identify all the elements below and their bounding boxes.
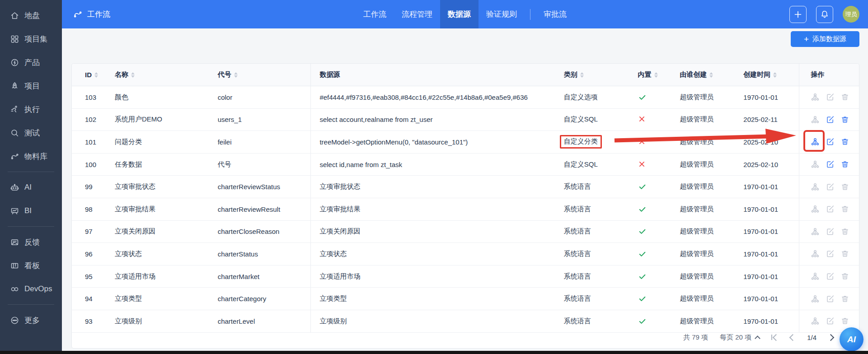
- category-maintain-icon[interactable]: [811, 93, 820, 102]
- column-header-builtin[interactable]: 内置: [631, 64, 673, 86]
- cell-builtin: [631, 86, 673, 108]
- edit-icon[interactable]: [826, 294, 835, 303]
- cell-creator: 超级管理员: [673, 221, 740, 243]
- table-row: 99立项审批状态charterReviewStatus立项审批状态系统语言超级管…: [72, 176, 859, 198]
- edit-icon[interactable]: [826, 205, 835, 214]
- column-header-id[interactable]: ID: [72, 64, 102, 86]
- category-maintain-icon[interactable]: [811, 160, 820, 169]
- sidebar-item-home[interactable]: 地盘: [0, 4, 62, 27]
- edit-icon[interactable]: [826, 137, 835, 146]
- sidebar-item-product[interactable]: 产品: [0, 51, 62, 74]
- column-label: 内置: [638, 70, 652, 79]
- avatar[interactable]: 理员: [843, 6, 859, 23]
- first-page-button[interactable]: [771, 335, 779, 340]
- sidebar-item-bi[interactable]: BI: [0, 199, 62, 223]
- tab-流程管理[interactable]: 流程管理: [394, 0, 440, 28]
- column-header-category[interactable]: 类别: [558, 64, 631, 86]
- delete-icon[interactable]: [840, 272, 849, 281]
- delete-icon[interactable]: [840, 93, 849, 102]
- sidebar-item-test[interactable]: 测试: [0, 121, 62, 144]
- category-maintain-icon[interactable]: [811, 115, 820, 124]
- sort-icon[interactable]: [234, 72, 238, 78]
- cell-source: 立项适用市场: [311, 266, 558, 288]
- category-maintain-icon[interactable]: [811, 227, 820, 236]
- cross-icon: [638, 115, 647, 124]
- category-maintain-icon[interactable]: [811, 249, 820, 258]
- category-maintain-icon[interactable]: [811, 317, 820, 326]
- sidebar-item-feedback[interactable]: 反馈: [0, 230, 62, 254]
- edit-icon[interactable]: [826, 115, 835, 124]
- nav-tabs: 工作流流程管理数据源验证规则审批流: [356, 0, 574, 28]
- cell-created: 1970-01-01: [740, 288, 799, 310]
- delete-icon[interactable]: [840, 227, 849, 236]
- sidebar-item-more[interactable]: 更多: [0, 308, 62, 332]
- sidebar-item-label: DevOps: [24, 284, 52, 293]
- category-maintain-icon[interactable]: [811, 205, 820, 214]
- cell-id: 95: [72, 266, 102, 288]
- sidebar-item-ai[interactable]: AI: [0, 176, 62, 199]
- sort-icon[interactable]: [131, 72, 135, 78]
- sort-icon[interactable]: [580, 72, 584, 78]
- edit-icon[interactable]: [826, 272, 835, 281]
- sort-icon[interactable]: [654, 72, 658, 78]
- sidebar-item-project[interactable]: 项目: [0, 74, 62, 98]
- delete-icon[interactable]: [840, 317, 849, 326]
- sidebar-item-execution[interactable]: 执行: [0, 98, 62, 121]
- cell-creator: 超级管理员: [673, 109, 740, 131]
- category-maintain-icon[interactable]: [811, 272, 820, 281]
- prev-page-button[interactable]: [789, 334, 797, 341]
- tab-工作流[interactable]: 工作流: [356, 0, 394, 28]
- column-header-name[interactable]: 名称: [102, 64, 206, 86]
- cell-category: 自定义分类: [558, 131, 631, 153]
- column-header-code[interactable]: 代号: [206, 64, 311, 86]
- sidebar-item-label: 执行: [24, 104, 40, 115]
- edit-icon[interactable]: [826, 160, 835, 169]
- ai-assistant-button[interactable]: AI: [840, 327, 863, 351]
- delete-icon[interactable]: [840, 160, 849, 169]
- category-maintain-icon[interactable]: [811, 294, 820, 303]
- category-value: 系统语言: [564, 182, 591, 191]
- sidebar-item-devops[interactable]: DevOps: [0, 277, 62, 301]
- sort-icon[interactable]: [709, 72, 713, 78]
- chevron-up-icon: [755, 335, 760, 341]
- sidebar-item-assets[interactable]: 物料库: [0, 144, 62, 168]
- tab-审批流[interactable]: 审批流: [536, 0, 574, 28]
- tab-验证规则[interactable]: 验证规则: [479, 0, 525, 28]
- edit-icon[interactable]: [826, 249, 835, 258]
- cell-name: 立项审批结果: [102, 198, 206, 220]
- runner-icon: [9, 104, 19, 114]
- sort-icon[interactable]: [773, 72, 777, 78]
- edit-icon[interactable]: [826, 182, 835, 191]
- delete-icon[interactable]: [840, 205, 849, 214]
- column-header-creator[interactable]: 由谁创建: [673, 64, 740, 86]
- delete-icon[interactable]: [840, 115, 849, 124]
- sidebar-item-project-set[interactable]: 项目集: [0, 27, 62, 51]
- category-maintain-icon[interactable]: [811, 182, 820, 191]
- add-datasource-button[interactable]: + 添加数据源: [791, 31, 859, 47]
- cell-actions: [799, 243, 859, 265]
- cell-id: 99: [72, 176, 102, 198]
- edit-icon[interactable]: [826, 317, 835, 326]
- category-maintain-icon[interactable]: [811, 137, 820, 146]
- cell-source: treeModel->getOptionMenu(0, "datasource_…: [311, 131, 558, 153]
- delete-icon[interactable]: [840, 294, 849, 303]
- delete-icon[interactable]: [840, 182, 849, 191]
- column-header-source: 数据源: [311, 64, 558, 86]
- column-label: 名称: [115, 70, 128, 79]
- page-size-select[interactable]: 每页 20 项: [720, 333, 760, 342]
- cell-creator: 超级管理员: [673, 198, 740, 220]
- sidebar-divider: [8, 304, 54, 305]
- sort-icon[interactable]: [94, 72, 98, 78]
- column-header-actions: 操作: [799, 64, 859, 86]
- tab-数据源[interactable]: 数据源: [440, 0, 479, 28]
- sidebar-item-kanban[interactable]: 看板: [0, 254, 62, 277]
- create-button[interactable]: [789, 6, 807, 23]
- edit-icon[interactable]: [826, 227, 835, 236]
- delete-icon[interactable]: [840, 249, 849, 258]
- edit-icon[interactable]: [826, 93, 835, 102]
- table-row: 98立项审批结果charterReviewResult立项审批结果系统语言超级管…: [72, 198, 859, 221]
- column-header-created[interactable]: 创建时间: [740, 64, 799, 86]
- notifications-button[interactable]: [816, 6, 833, 23]
- delete-icon[interactable]: [840, 137, 849, 146]
- next-page-button[interactable]: [827, 334, 835, 341]
